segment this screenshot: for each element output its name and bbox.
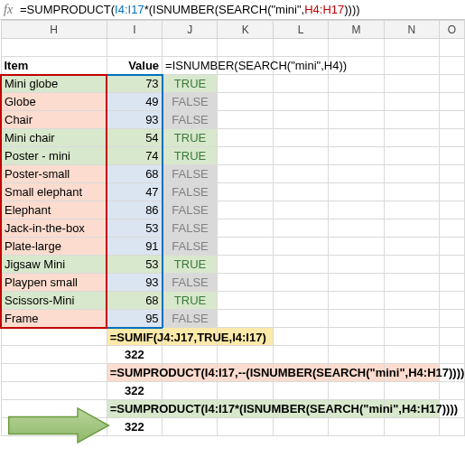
value-cell[interactable]: 53 [107, 256, 162, 274]
table-row[interactable]: Mini chair 54 TRUE [1, 129, 465, 147]
col-header-I[interactable]: I [107, 21, 162, 39]
bool-cell[interactable]: FALSE [163, 310, 218, 328]
bool-cell[interactable]: FALSE [163, 274, 218, 292]
formula-cell-2[interactable]: =SUMPRODUCT(I4:I17,--(ISNUMBER(SEARCH("m… [107, 364, 162, 382]
result-cell-2[interactable]: 322 [107, 382, 162, 400]
table-row[interactable]: Scissors-Mini 68 TRUE [1, 292, 465, 310]
value-cell[interactable]: 86 [107, 201, 162, 219]
col-header-J[interactable]: J [163, 21, 218, 39]
item-cell[interactable]: Jigsaw Mini [1, 256, 107, 274]
bool-cell[interactable]: FALSE [163, 111, 218, 129]
item-cell[interactable]: Playpen small [1, 274, 107, 292]
item-cell[interactable]: Globe [1, 93, 107, 111]
col-header-N[interactable]: N [384, 21, 439, 39]
value-cell[interactable]: 49 [107, 93, 162, 111]
bool-cell[interactable]: TRUE [163, 129, 218, 147]
item-cell[interactable]: Chair [1, 111, 107, 129]
item-cell[interactable]: Poster-small [1, 165, 107, 183]
bool-cell[interactable]: FALSE [163, 201, 218, 219]
bool-cell[interactable]: FALSE [163, 238, 218, 256]
header-item[interactable]: Item [1, 57, 107, 75]
value-cell[interactable]: 73 [107, 75, 162, 93]
bool-cell[interactable]: FALSE [163, 93, 218, 111]
formula-cell-1[interactable]: =SUMIF(J4:J17,TRUE,I4:I17) [107, 328, 162, 346]
value-cell[interactable]: 54 [107, 129, 162, 147]
result-cell-3[interactable]: 322 [107, 418, 162, 436]
item-cell[interactable]: Elephant [1, 201, 107, 219]
table-row[interactable]: Jack-in-the-box 53 FALSE [1, 219, 465, 238]
item-cell[interactable]: Scissors-Mini [1, 292, 107, 310]
item-cell[interactable]: Plate-large [1, 238, 107, 256]
value-cell[interactable]: 95 [107, 310, 162, 328]
value-cell[interactable]: 93 [107, 111, 162, 129]
table-row[interactable]: Globe 49 FALSE [1, 93, 465, 111]
table-row[interactable]: Poster-small 68 FALSE [1, 165, 465, 183]
table-row[interactable]: Frame 95 FALSE [1, 310, 465, 328]
bool-cell[interactable]: FALSE [163, 219, 218, 238]
item-cell[interactable]: Mini chair [1, 129, 107, 147]
table-row[interactable]: Elephant 86 FALSE [1, 201, 465, 219]
bool-cell[interactable]: FALSE [163, 183, 218, 201]
fx-icon[interactable]: fx [4, 3, 20, 17]
arrow-right-icon [5, 406, 112, 444]
table-row[interactable]: Plate-large 91 FALSE [1, 238, 465, 256]
item-cell[interactable]: Poster - mini [1, 147, 107, 165]
formula-bar[interactable]: fx =SUMPRODUCT(I4:I17*(ISNUMBER(SEARCH("… [0, 0, 465, 20]
j-header-formula: =ISNUMBER(SEARCH("mini",H4)) [165, 59, 347, 72]
bool-cell[interactable]: FALSE [163, 165, 218, 183]
column-headers: H I J K L M N O [1, 21, 465, 39]
value-cell[interactable]: 47 [107, 183, 162, 201]
col-header-M[interactable]: M [329, 21, 384, 39]
value-cell[interactable]: 74 [107, 147, 162, 165]
item-cell[interactable]: Mini globe [1, 75, 107, 93]
value-cell[interactable]: 93 [107, 274, 162, 292]
table-row[interactable]: Mini globe 73 TRUE [1, 75, 465, 93]
bool-cell[interactable]: TRUE [163, 147, 218, 165]
header-value[interactable]: Value [107, 57, 162, 75]
table-row[interactable]: Small elephant 47 FALSE [1, 183, 465, 201]
value-cell[interactable]: 53 [107, 219, 162, 238]
bool-cell[interactable]: TRUE [163, 292, 218, 310]
formula-cell-3[interactable]: =SUMPRODUCT(I4:I17*(ISNUMBER(SEARCH("min… [107, 400, 162, 418]
table-row[interactable]: Poster - mini 74 TRUE [1, 147, 465, 165]
table-row[interactable]: Jigsaw Mini 53 TRUE [1, 256, 465, 274]
result-cell-1[interactable]: 322 [107, 346, 162, 364]
item-cell[interactable]: Jack-in-the-box [1, 219, 107, 238]
item-cell[interactable]: Small elephant [1, 183, 107, 201]
col-header-K[interactable]: K [218, 21, 273, 39]
value-cell[interactable]: 68 [107, 292, 162, 310]
col-header-L[interactable]: L [273, 21, 328, 39]
bool-cell[interactable]: TRUE [163, 75, 218, 93]
value-cell[interactable]: 68 [107, 165, 162, 183]
col-header-H[interactable]: H [1, 21, 107, 39]
spreadsheet-grid[interactable]: H I J K L M N O Item Value =ISNUMBER(SEA… [0, 20, 465, 436]
value-cell[interactable]: 91 [107, 238, 162, 256]
cell-j-header[interactable]: =ISNUMBER(SEARCH("mini",H4)) [163, 57, 218, 75]
formula-bar-text: =SUMPRODUCT(I4:I17*(ISNUMBER(SEARCH("min… [20, 3, 360, 16]
table-row[interactable]: Chair 93 FALSE [1, 111, 465, 129]
col-header-O[interactable]: O [440, 21, 465, 39]
bool-cell[interactable]: TRUE [163, 256, 218, 274]
item-cell[interactable]: Frame [1, 310, 107, 328]
table-row[interactable]: Playpen small 93 FALSE [1, 274, 465, 292]
